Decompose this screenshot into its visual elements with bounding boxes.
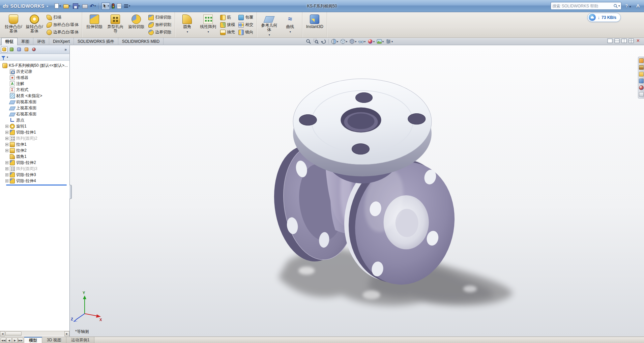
tree-filter-bar[interactable]: ▾ (0, 54, 69, 61)
bottom-tab-3D 视图[interactable]: 3D 视图 (42, 337, 66, 343)
tree-item-拉伸1[interactable]: 拉伸1 (0, 141, 69, 147)
save-button[interactable]: ▾ (72, 2, 81, 10)
tree-item-历史记录[interactable]: 历史记录 (0, 68, 69, 75)
tree-item-上视基准面[interactable]: 上视基准面 (0, 105, 69, 111)
panel-overflow-chevron-icon[interactable]: » (63, 47, 68, 52)
expand-plus-icon[interactable] (5, 137, 8, 140)
displaymanager-tab[interactable] (31, 46, 37, 53)
apply-scene-button[interactable]: ▾ (376, 38, 384, 45)
tab-SOLIDWORKS MBD[interactable]: SOLIDWORKS MBD (118, 38, 164, 45)
scrollbar-thumb[interactable] (5, 332, 22, 336)
file-properties-button[interactable] (116, 2, 122, 10)
next-tab-arrow-icon[interactable]: ▶ (12, 338, 18, 343)
ribbon-button-swept-cut[interactable]: 扫描切除 (148, 14, 172, 21)
open-button[interactable]: ▾ (63, 2, 71, 10)
ribbon-button-lofted-cut[interactable]: 放样切割 (148, 22, 172, 28)
featuremanager-tab[interactable] (1, 46, 7, 53)
dropdown-arrow-icon[interactable]: ▾ (290, 30, 291, 34)
tree-item-前视基准面[interactable]: 前视基准面 (0, 99, 69, 105)
tree-item-传感器[interactable]: 传感器 (0, 75, 69, 81)
two-viewport-vertical-button[interactable] (621, 38, 627, 43)
view-settings-button[interactable]: ▾ (385, 38, 393, 45)
file-explorer-icon[interactable] (639, 72, 644, 77)
four-viewport-button[interactable] (628, 38, 634, 43)
previous-view-button[interactable] (320, 38, 327, 45)
collapse-ribbon-chevron-icon[interactable]: ᐱ (635, 3, 641, 9)
tab-特征[interactable]: 特征 (1, 38, 18, 45)
tree-root[interactable]: KS-F系列梭阀50 (默认<<默认>... (0, 62, 69, 68)
close-icon[interactable]: ✕ (636, 38, 641, 43)
search-scope-dropdown-icon[interactable]: ▾ (618, 4, 620, 7)
tree-item-阵列(圆周)3[interactable]: 阵列(圆周)3 (0, 166, 69, 172)
print-button[interactable] (82, 2, 88, 10)
ribbon-button-revolve-boss[interactable]: 旋转凸台/基体 (24, 13, 45, 37)
edit-appearance-button[interactable]: ▾ (367, 38, 375, 45)
solidworks-logo[interactable]: ds SOLIDWORKS ▸ (3, 3, 49, 9)
expand-plus-icon[interactable] (5, 125, 8, 128)
hide-show-items-button[interactable]: ▾ (358, 38, 366, 45)
bottom-tab-运动算例1[interactable]: 运动算例1 (66, 337, 95, 343)
tree-item-材质 <未指定>[interactable]: 材质 <未指定> (0, 93, 69, 99)
ribbon-button-loft-boss[interactable]: 放样凸台/基体 (46, 22, 79, 28)
tree-item-拉伸2[interactable]: 拉伸2 (0, 147, 69, 153)
filter-dropdown-icon[interactable]: ▾ (7, 56, 8, 59)
ribbon-button-boundary-boss[interactable]: 边界凸台/基体 (46, 29, 79, 35)
tree-item-原点[interactable]: 原点 (0, 117, 69, 123)
tree-item-方程式[interactable]: 方程式 (0, 87, 69, 93)
view-palette-icon[interactable] (639, 79, 644, 83)
dropdown-arrow-icon[interactable]: ▾ (187, 30, 188, 34)
prev-tab-arrow-icon[interactable]: ◀ (6, 338, 12, 343)
featuremanager-splitter-handle[interactable] (69, 185, 72, 199)
tree-item-切除-拉伸1[interactable]: 切除-拉伸1 (0, 129, 69, 135)
ribbon-button-instant3d[interactable]: Instant3D (304, 13, 325, 37)
tree-item-旋转1[interactable]: 旋转1 (0, 123, 69, 129)
bottom-tab-模型[interactable]: 模型 (24, 337, 42, 343)
tree-item-阵列(圆周)2[interactable]: 阵列(圆周)2 (0, 135, 69, 141)
dropdown-arrow-icon[interactable]: ▾ (269, 33, 270, 37)
ribbon-button-extruded-cut[interactable]: 拉伸切除 (84, 13, 105, 37)
single-viewport-button[interactable] (607, 38, 613, 43)
expand-plus-icon[interactable] (5, 161, 8, 164)
tab-SOLIDWORKS 插件[interactable]: SOLIDWORKS 插件 (74, 38, 118, 45)
two-viewport-horizontal-button[interactable] (614, 38, 620, 43)
ribbon-button-revolved-cut[interactable]: 旋转切除 (126, 13, 147, 37)
ribbon-button-boundary-cut[interactable]: 边界切除 (148, 29, 172, 35)
ribbon-button-fillet[interactable]: 圆角▾ (177, 13, 198, 37)
undo-button[interactable]: ↶▾ (89, 2, 97, 10)
tree-item-切除-拉伸3[interactable]: 切除-拉伸3 (0, 172, 69, 178)
filter-funnel-icon[interactable] (1, 56, 5, 58)
ribbon-button-linear-pattern[interactable]: 线性阵列▾ (198, 13, 218, 37)
ribbon-button-rib[interactable]: 筋 (219, 14, 236, 21)
ribbon-button-ref-geometry[interactable]: 参考几何体▾ (259, 13, 280, 37)
help-search-box[interactable]: ▾ (551, 2, 621, 10)
tab-评估[interactable]: 评估 (33, 38, 49, 45)
dropdown-arrow-icon[interactable]: ▾ (208, 30, 209, 34)
expand-plus-icon[interactable] (5, 143, 8, 146)
design-library-icon[interactable] (639, 65, 644, 70)
select-tool-button[interactable]: ▾ (101, 2, 110, 10)
ribbon-button-mirror[interactable]: 镜向 (238, 29, 254, 35)
first-tab-arrow-icon[interactable]: ◀◀ (1, 338, 6, 343)
valve-3d-model[interactable] (70, 45, 644, 337)
section-view-button[interactable]: ▾ (330, 38, 339, 45)
help-button[interactable]: ? ▾ (623, 3, 633, 9)
rebuild-button[interactable] (111, 2, 115, 10)
tab-DimXpert[interactable]: DimXpert (49, 38, 74, 45)
display-style-button[interactable]: ▾ (349, 38, 357, 45)
configurationmanager-tab[interactable] (16, 46, 22, 53)
expand-plus-icon[interactable] (5, 131, 8, 134)
ribbon-button-hole-wizard[interactable]: 异型孔向导 (105, 13, 126, 37)
zoom-to-fit-button[interactable] (305, 38, 312, 45)
ribbon-button-intersect[interactable]: 相交 (238, 22, 254, 28)
new-document-button[interactable]: ▾ (53, 2, 62, 10)
expand-plus-icon[interactable] (5, 173, 8, 176)
scroll-right-arrow-icon[interactable]: ▶ (64, 331, 69, 336)
expand-plus-icon[interactable] (5, 149, 8, 152)
rollback-bar[interactable] (6, 184, 67, 185)
graphics-viewport[interactable]: Y X Z *等轴测 (70, 45, 644, 337)
zoom-to-area-button[interactable] (313, 38, 319, 45)
expand-plus-icon[interactable] (5, 167, 8, 170)
menu-expand-arrow-icon[interactable]: ▸ (47, 4, 49, 8)
ribbon-button-wrap[interactable]: 包覆 (238, 14, 254, 21)
custom-properties-icon[interactable] (639, 92, 644, 97)
